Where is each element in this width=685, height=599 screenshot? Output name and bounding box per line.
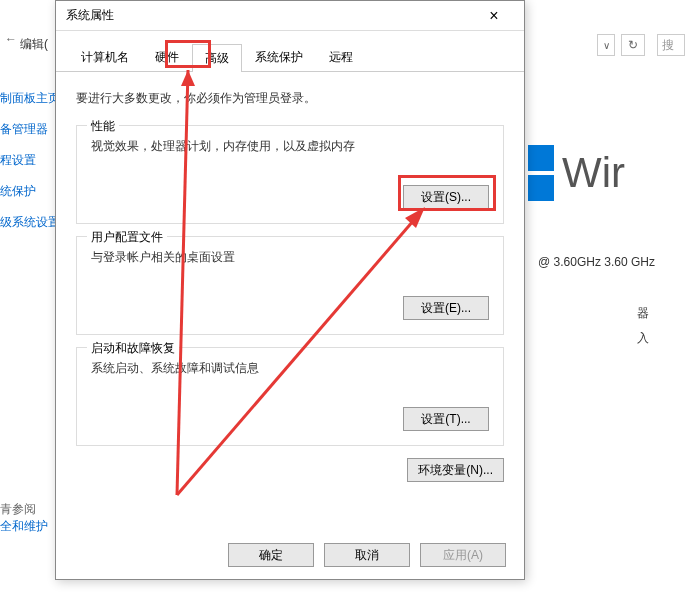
user-profile-group: 用户配置文件 与登录帐户相关的桌面设置 设置(E)... xyxy=(76,236,504,335)
user-profile-desc: 与登录帐户相关的桌面设置 xyxy=(91,249,489,266)
system-properties-dialog: 系统属性 × 计算机名 硬件 高级 系统保护 远程 要进行大多数更改，你必须作为… xyxy=(55,0,525,580)
refresh-button[interactable]: ↻ xyxy=(621,34,645,56)
startup-recovery-group: 启动和故障恢复 系统启动、系统故障和调试信息 设置(T)... xyxy=(76,347,504,446)
path-dropdown[interactable]: ∨ xyxy=(597,34,615,56)
sidebar-link[interactable]: 制面板主页 xyxy=(0,90,55,107)
sidebar-link-security[interactable]: 全和维护 xyxy=(0,518,55,535)
startup-recovery-desc: 系统启动、系统故障和调试信息 xyxy=(91,360,489,377)
performance-group: 性能 视觉效果，处理器计划，内存使用，以及虚拟内存 设置(S)... xyxy=(76,125,504,224)
performance-desc: 视觉效果，处理器计划，内存使用，以及虚拟内存 xyxy=(91,138,489,155)
control-panel-sidebar: 制面板主页 备管理器 程设置 统保护 级系统设置 青参阅 全和维护 xyxy=(0,90,55,549)
tab-system-protection[interactable]: 系统保护 xyxy=(242,43,316,71)
admin-instruction: 要进行大多数更改，你必须作为管理员登录。 xyxy=(76,90,504,107)
ok-button[interactable]: 确定 xyxy=(228,543,314,567)
dialog-content: 要进行大多数更改，你必须作为管理员登录。 性能 视觉效果，处理器计划，内存使用，… xyxy=(56,72,524,518)
bg-label-input: 入 xyxy=(637,330,685,347)
tab-strip: 计算机名 硬件 高级 系统保护 远程 xyxy=(56,31,524,72)
performance-title: 性能 xyxy=(87,118,119,135)
back-icon[interactable]: ← xyxy=(5,32,17,46)
nav-arrows: ← xyxy=(5,32,17,46)
tab-hardware[interactable]: 硬件 xyxy=(142,43,192,71)
see-also-label: 青参阅 xyxy=(0,501,55,518)
tab-advanced[interactable]: 高级 xyxy=(192,44,242,72)
close-icon[interactable]: × xyxy=(474,7,514,25)
tab-remote[interactable]: 远程 xyxy=(316,43,366,71)
startup-recovery-settings-button[interactable]: 设置(T)... xyxy=(403,407,489,431)
sidebar-link[interactable]: 程设置 xyxy=(0,152,55,169)
tab-computer-name[interactable]: 计算机名 xyxy=(68,43,142,71)
bg-label-processor: 器 xyxy=(637,305,685,322)
user-profile-title: 用户配置文件 xyxy=(87,229,167,246)
search-input[interactable]: 搜 xyxy=(657,34,685,56)
cpu-info: @ 3.60GHz 3.60 GHz xyxy=(538,255,655,269)
apply-button[interactable]: 应用(A) xyxy=(420,543,506,567)
startup-recovery-title: 启动和故障恢复 xyxy=(87,340,179,357)
cancel-button[interactable]: 取消 xyxy=(324,543,410,567)
dialog-title: 系统属性 xyxy=(66,7,474,24)
dialog-footer: 确定 取消 应用(A) xyxy=(228,543,506,567)
edit-menu[interactable]: 编辑( xyxy=(20,36,48,53)
user-profile-settings-button[interactable]: 设置(E)... xyxy=(403,296,489,320)
performance-settings-button[interactable]: 设置(S)... xyxy=(403,185,489,209)
sidebar-link[interactable]: 备管理器 xyxy=(0,121,55,138)
environment-variables-button[interactable]: 环境变量(N)... xyxy=(407,458,504,482)
windows-brand-text: Wir xyxy=(562,149,625,197)
sidebar-link[interactable]: 级系统设置 xyxy=(0,214,55,231)
sidebar-link[interactable]: 统保护 xyxy=(0,183,55,200)
titlebar: 系统属性 × xyxy=(56,1,524,31)
